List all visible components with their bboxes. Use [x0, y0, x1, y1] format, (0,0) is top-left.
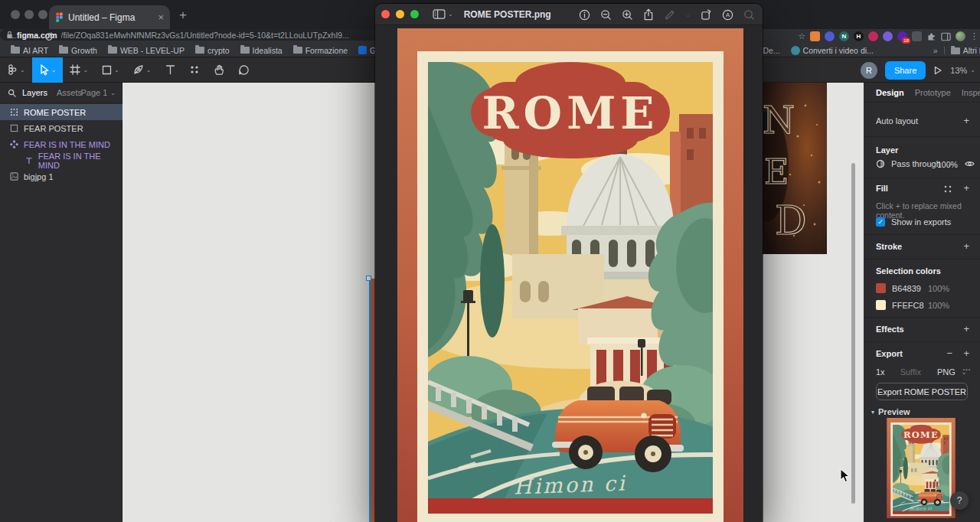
selection-color-row[interactable]: B64839 [876, 283, 921, 293]
search-icon[interactable] [743, 9, 755, 21]
layer-row-image[interactable]: bigjpg 1 [0, 168, 122, 184]
export-add-icon[interactable]: + [963, 347, 969, 359]
frame-tool[interactable]: ⌄ [63, 57, 95, 83]
share-icon[interactable] [643, 8, 654, 21]
profile-avatar[interactable] [956, 31, 965, 41]
tab-close-icon[interactable]: × [158, 11, 164, 23]
extension-icon[interactable]: N [839, 31, 849, 41]
pen-tool[interactable]: ⌄ [126, 57, 158, 83]
fear-poster-fragment[interactable]: N E D [760, 83, 827, 254]
back-icon[interactable]: ← [9, 31, 18, 41]
bookmark-item[interactable]: crypto [195, 46, 230, 55]
fill-add-icon[interactable]: + [963, 182, 969, 194]
comment-tool[interactable] [231, 57, 256, 83]
export-suffix-input[interactable]: Suffix [900, 367, 921, 377]
bookmark-item[interactable]: Altri Preferiti [951, 46, 980, 55]
rotate-icon[interactable] [701, 9, 712, 21]
chevron-down-icon[interactable]: ⌄ [448, 11, 453, 18]
color-swatch[interactable] [876, 300, 886, 310]
shape-tool[interactable]: ⌄ [95, 57, 126, 83]
layer-opacity-value[interactable]: 100% [937, 160, 958, 169]
tab-design[interactable]: Design [876, 88, 904, 97]
bookmark-item[interactable]: Growth [59, 46, 97, 55]
info-icon[interactable] [579, 9, 590, 21]
color-swatch[interactable] [876, 283, 886, 293]
bookmark-star-icon[interactable]: ☆ [798, 31, 805, 41]
reload-icon[interactable] [44, 32, 54, 41]
browser-tab[interactable]: Untitled – Figma × [49, 5, 170, 29]
auto-layout-add-icon[interactable]: + [963, 115, 969, 126]
canvas-scrollbar[interactable] [851, 163, 855, 504]
zoom-out-icon[interactable] [600, 9, 612, 21]
present-icon[interactable] [933, 66, 942, 75]
bookmark-item[interactable]: Formazione [293, 46, 348, 55]
hand-tool[interactable] [207, 57, 231, 83]
extension-icon[interactable] [883, 31, 893, 41]
selection-color-row[interactable]: FFEFC8 [876, 300, 924, 310]
bookmark-item[interactable]: Idealista [240, 46, 283, 55]
export-remove-icon[interactable]: − [946, 347, 952, 359]
page-selector[interactable]: Page 1⌄ [80, 88, 116, 97]
layer-row-fear-poster[interactable]: FEAR POSTER [0, 120, 122, 136]
help-button[interactable]: ? [950, 491, 969, 510]
stroke-add-icon[interactable]: + [963, 240, 969, 252]
browser-menu-icon[interactable]: ⋮ [970, 31, 978, 41]
bookmark-item[interactable]: AI ART [11, 46, 48, 55]
main-menu-button[interactable]: ⌄ [0, 57, 32, 83]
fear-letter: D [775, 197, 807, 243]
preview-window[interactable]: ⌄ ROME POSTER.png ⌄ A [375, 4, 763, 522]
share-button[interactable]: Share [885, 61, 926, 80]
browser-close-button[interactable] [11, 10, 20, 19]
resources-tool[interactable] [182, 57, 207, 83]
bookmark-item[interactable]: Converti i video di... [791, 46, 874, 55]
extension-icon[interactable] [810, 31, 820, 41]
user-avatar[interactable]: R [861, 62, 877, 79]
tab-assets[interactable]: Assets [57, 88, 82, 97]
text-tool[interactable] [158, 57, 182, 83]
extension-icon[interactable] [912, 31, 922, 41]
export-rome-poster-button[interactable]: Export ROME POSTER [876, 383, 968, 400]
export-scale[interactable]: 1x [876, 367, 885, 377]
show-in-exports-row[interactable]: ✓ Show in exports [876, 217, 951, 227]
extensions-puzzle-icon[interactable] [926, 31, 936, 41]
layer-row-rome-poster[interactable]: ROME POSTER [0, 104, 122, 120]
tab-prototype[interactable]: Prototype [915, 88, 951, 97]
new-tab-button[interactable]: + [179, 8, 187, 23]
window-close-button[interactable] [381, 10, 390, 18]
selection-handle[interactable] [366, 276, 371, 281]
bookmark-item[interactable]: WEB - LEVEL-UP [108, 46, 185, 55]
preview-section-toggle[interactable]: ▾ Preview [871, 407, 910, 416]
side-panel-icon[interactable] [941, 32, 951, 41]
preview-titlebar[interactable]: ⌄ ROME POSTER.png ⌄ A [375, 4, 763, 25]
zoom-in-icon[interactable] [622, 9, 633, 21]
forward-icon[interactable]: → [28, 31, 37, 41]
visibility-eye-icon[interactable] [965, 160, 975, 168]
annotate-icon[interactable]: A [722, 9, 733, 21]
extension-icon[interactable] [868, 31, 878, 41]
markup-chevron-icon[interactable]: ⌄ [685, 11, 691, 18]
window-minimize-button[interactable] [396, 10, 404, 18]
fill-styles-icon[interactable] [943, 184, 952, 194]
move-tool[interactable]: ⌄ [32, 57, 64, 83]
export-more-icon[interactable]: ··· [963, 365, 972, 374]
browser-minimize-button[interactable] [24, 10, 34, 19]
zoom-control[interactable]: 13%⌄ [950, 66, 975, 75]
extension-icon[interactable]: 18 [897, 31, 907, 41]
extension-icon[interactable]: H [854, 31, 864, 41]
window-zoom-button[interactable] [410, 10, 419, 18]
layer-row-component[interactable]: FEAR IS IN THE MIND [0, 136, 122, 152]
tab-layers[interactable]: Layers [22, 88, 47, 97]
layer-section-label: Layer [876, 145, 898, 155]
panel-tabs: Layers Assets Page 1⌄ [0, 83, 122, 103]
selected-frame-edge[interactable] [369, 279, 375, 522]
effects-add-icon[interactable]: + [963, 323, 969, 334]
bookmarks-overflow-icon[interactable]: » [933, 46, 938, 55]
markup-pencil-icon[interactable] [664, 9, 675, 21]
sidebar-toggle-icon[interactable] [433, 9, 446, 19]
layer-row-text[interactable]: FEAR IS IN THE MIND [0, 152, 122, 168]
checkbox-checked[interactable]: ✓ [876, 217, 885, 227]
browser-zoom-button[interactable] [38, 10, 47, 19]
tab-inspect[interactable]: Inspect [962, 88, 980, 97]
extension-icon[interactable] [825, 31, 835, 41]
search-icon[interactable] [8, 89, 16, 97]
